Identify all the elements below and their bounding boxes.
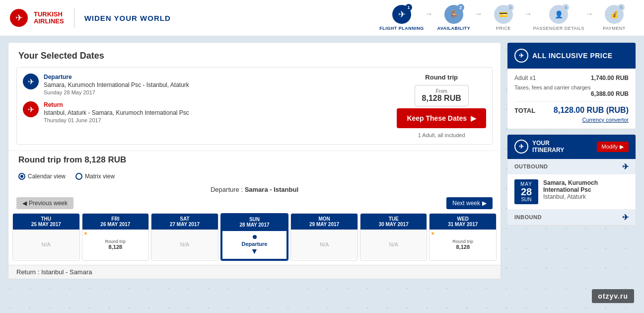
airline-logo-icon: ✈ bbox=[10, 9, 28, 27]
step4-number: 4 bbox=[562, 4, 569, 11]
keep-dates-label: Keep These Dates bbox=[407, 114, 467, 122]
step-flight-planning[interactable]: ✈ 1 FLIGHT PLANNING bbox=[379, 5, 424, 31]
modify-button[interactable]: Modify ▶ bbox=[597, 142, 629, 152]
all-inclusive-body: Adult x1 1,740.00 RUB Taxes, fees and ca… bbox=[507, 69, 636, 129]
step-passenger[interactable]: 👤 4 PASSENGER DETAILS bbox=[533, 5, 584, 31]
tue-body: N/A bbox=[360, 230, 427, 259]
wed-header: WED31 MAY 2017 bbox=[429, 214, 496, 230]
sun-header: SUN28 MAY 2017 bbox=[221, 214, 288, 230]
fri-body: ★ Round trip 8,128 bbox=[82, 230, 149, 259]
trip-type: Round trip bbox=[425, 74, 458, 81]
all-inclusive-title: ALL INCLUSIVE PRICE bbox=[532, 52, 613, 60]
inbound-label: INBOUND bbox=[514, 214, 542, 220]
all-inclusive-card: ✈ ALL INCLUSIVE PRICE Adult x1 1,740.00 … bbox=[507, 42, 636, 129]
logo-text: TURKISH AIRLINES bbox=[34, 11, 64, 25]
itinerary-card: ✈ YOURITINERARY Modify ▶ OUTBOUND ✈ MAY bbox=[507, 134, 636, 226]
price-from: From bbox=[422, 88, 461, 94]
outbound-plane-icon: ✈ bbox=[622, 162, 629, 171]
departure-icon: ✈ bbox=[23, 74, 39, 89]
return-label: Return bbox=[44, 101, 391, 108]
main-content: Your Selected Dates ✈ Departure Samara, … bbox=[0, 36, 644, 285]
return-route: Istanbul, Ataturk - Samara, Kurumoch Int… bbox=[44, 109, 391, 116]
cal-day-sun[interactable]: SUN28 MAY 2017 Departure ▼ bbox=[220, 213, 289, 261]
mon-body: N/A bbox=[291, 230, 358, 259]
departure-details: Departure Samara, Kurumoch International… bbox=[44, 74, 391, 95]
taxes-block: Taxes, fees and carrier charges 6,388.00… bbox=[514, 84, 629, 97]
passenger-info: 1 Adult, all included bbox=[418, 132, 465, 138]
departure-date: Sunday 28 May 2017 bbox=[44, 89, 391, 95]
currency-convertor-link[interactable]: Currency convertor bbox=[514, 117, 629, 123]
departure-route: Samara, Kurumoch International Psc - Ist… bbox=[44, 81, 391, 88]
outbound-route: Samara, Kurumoch International Psc Istan… bbox=[543, 179, 629, 204]
itinerary-icon: ✈ bbox=[514, 140, 528, 154]
matrix-view-label: Matrix view bbox=[85, 173, 115, 180]
step1-number: 1 bbox=[405, 4, 412, 11]
step-availability[interactable]: 🪑 2 AVAILABILITY bbox=[434, 5, 474, 31]
adult-price: 1,740.00 RUB bbox=[591, 75, 629, 81]
next-chevron-icon: ▶ bbox=[482, 200, 487, 207]
dep-route-text: Samara - Istanbul bbox=[245, 186, 298, 193]
prev-week-label: Previous week bbox=[29, 200, 68, 207]
total-label: TOTAL bbox=[514, 107, 535, 114]
itinerary-title: ✈ YOURITINERARY bbox=[514, 140, 564, 154]
step1-circle: ✈ 1 bbox=[392, 5, 411, 24]
wed-body: ★ Round trip 8,128 bbox=[429, 230, 496, 259]
logo-separator bbox=[74, 8, 74, 28]
selected-dates-box: ✈ Departure Samara, Kurumoch Internation… bbox=[16, 67, 493, 145]
return-route-text: Istanbul - Samara bbox=[41, 268, 92, 276]
calendar-view-radio[interactable]: Calendar view bbox=[18, 173, 66, 180]
cal-day-wed[interactable]: WED31 MAY 2017 ★ Round trip 8,128 bbox=[429, 213, 497, 261]
modify-arrow-icon: ▶ bbox=[620, 144, 624, 150]
outbound-dow: SUN bbox=[518, 197, 534, 202]
next-week-button[interactable]: Next week ▶ bbox=[446, 197, 493, 209]
cal-day-mon[interactable]: MON29 MAY 2017 N/A bbox=[290, 213, 358, 261]
outbound-to: Istanbul, Ataturk bbox=[543, 193, 629, 200]
departure-row: ✈ Departure Samara, Kurumoch Internation… bbox=[23, 74, 391, 95]
itinerary-title-text: YOURITINERARY bbox=[532, 140, 564, 154]
round-trip-heading: Round trip from 8,128 RUB bbox=[8, 151, 501, 170]
selected-dot bbox=[253, 235, 257, 239]
return-label-text: Return : bbox=[16, 268, 39, 276]
return-details: Return Istanbul, Ataturk - Samara, Kurum… bbox=[44, 101, 391, 123]
step5-number: 5 bbox=[618, 4, 625, 11]
return-bar: Return : Istanbul - Samara bbox=[8, 265, 501, 279]
sat-header: SAT27 MAY 2017 bbox=[151, 214, 218, 230]
steps-nav: ✈ 1 FLIGHT PLANNING → 🪑 2 AVAILABILITY →… bbox=[379, 5, 634, 31]
outbound-entry: MAY 28 SUN Samara, Kurumoch Internationa… bbox=[507, 174, 636, 210]
star-icon-fri: ★ bbox=[83, 231, 88, 236]
step5-circle: 💰 5 bbox=[605, 5, 624, 24]
selected-dates-title: Your Selected Dates bbox=[8, 43, 501, 67]
mon-header: MON29 MAY 2017 bbox=[291, 214, 358, 230]
price-box: From 8,128 RUB bbox=[415, 85, 469, 106]
modify-label: Modify bbox=[602, 144, 618, 150]
outbound-section: OUTBOUND ✈ bbox=[507, 159, 636, 174]
taxes-price: 6,388.00 RUB bbox=[514, 90, 629, 97]
tagline: WIDEN YOUR WORLD bbox=[84, 14, 171, 22]
cal-day-thu[interactable]: THU25 MAY 2017 N/A bbox=[12, 213, 80, 261]
step4-label: PASSENGER DETAILS bbox=[533, 26, 584, 31]
arrow4: → bbox=[585, 9, 593, 26]
right-panel: ✈ ALL INCLUSIVE PRICE Adult x1 1,740.00 … bbox=[507, 42, 636, 279]
step1-label: FLIGHT PLANNING bbox=[379, 26, 424, 31]
prev-week-button[interactable]: ◀ Previous week bbox=[16, 197, 73, 209]
outbound-date-badge: MAY 28 SUN bbox=[514, 179, 538, 204]
return-icon: ✈ bbox=[23, 101, 39, 117]
outbound-day: 28 bbox=[518, 187, 534, 197]
cal-day-tue[interactable]: TUE30 MAY 2017 N/A bbox=[360, 213, 428, 261]
step3-number: 3 bbox=[507, 4, 514, 11]
flight-summary-right: Round trip From 8,128 RUB Keep These Dat… bbox=[397, 74, 486, 138]
cal-day-fri[interactable]: FRI26 MAY 2017 ★ Round trip 8,128 bbox=[82, 213, 149, 261]
matrix-view-radio[interactable]: Matrix view bbox=[75, 173, 115, 180]
logo-area: ✈ TURKISH AIRLINES WIDEN YOUR WORLD bbox=[10, 8, 171, 28]
cal-day-sat[interactable]: SAT27 MAY 2017 N/A bbox=[151, 213, 218, 261]
price-divider bbox=[514, 101, 629, 102]
taxes-label: Taxes, fees and carrier charges bbox=[514, 84, 629, 90]
calendar-view-label: Calendar view bbox=[28, 173, 66, 180]
step-price[interactable]: 💳 3 PRICE bbox=[484, 5, 523, 31]
step-payment[interactable]: 💰 5 PAYMENT bbox=[594, 5, 634, 31]
keep-dates-button[interactable]: Keep These Dates ▶ bbox=[397, 108, 486, 128]
tue-header: TUE30 MAY 2017 bbox=[360, 214, 427, 230]
step2-label: AVAILABILITY bbox=[437, 26, 470, 31]
step3-circle: 💳 3 bbox=[494, 5, 513, 24]
sun-body: Departure ▼ bbox=[221, 230, 288, 260]
